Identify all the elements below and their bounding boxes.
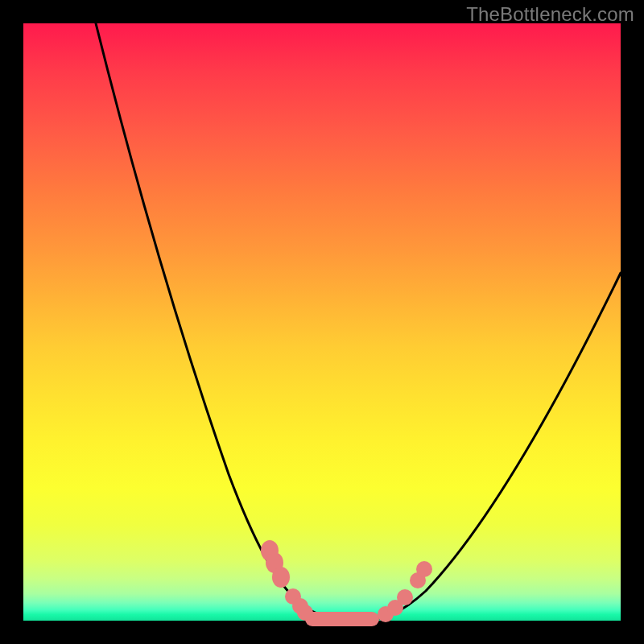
data-marker [397,589,413,605]
watermark-text: TheBottleneck.com [466,3,634,26]
plateau-marker [305,612,379,626]
curve-left-arm [96,23,337,619]
plot-area [23,23,621,621]
data-marker [416,561,432,577]
curve-layer [23,23,621,621]
curve-right-arm [374,273,621,619]
data-marker [272,567,290,588]
data-marker [297,605,313,621]
chart-frame: TheBottleneck.com [0,0,644,644]
